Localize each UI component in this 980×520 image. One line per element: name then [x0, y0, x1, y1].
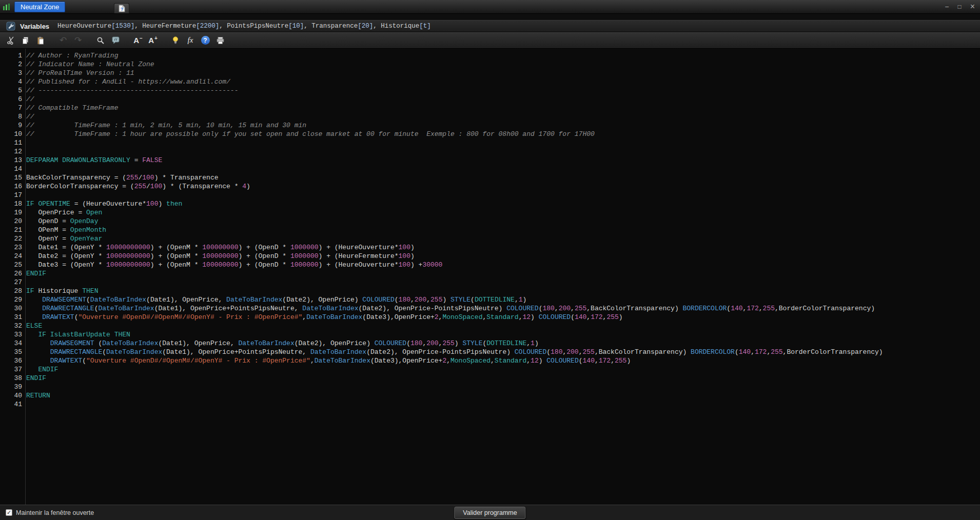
code-line[interactable]: 32ELSE — [0, 322, 980, 330]
code-line[interactable]: 41 — [0, 400, 980, 409]
variable-item[interactable]: HeureOuverture[1530] — [57, 23, 134, 30]
printer-icon — [216, 36, 225, 45]
font-increase-button[interactable]: A+ — [146, 34, 160, 47]
code-line[interactable]: 1// Author : RyanTrading — [0, 51, 980, 60]
help-file-icon: ? — [119, 5, 125, 12]
code-line[interactable]: 9// TimeFrame : 1 min, 2 min, 5 min, 10 … — [0, 121, 980, 130]
line-number: 40 — [0, 391, 24, 400]
code-editor[interactable]: 1// Author : RyanTrading2// Indicator Na… — [0, 49, 980, 505]
variable-item[interactable]: Historique[t] — [381, 23, 431, 30]
line-number: 17 — [0, 191, 24, 199]
code-line[interactable]: 11 — [0, 138, 980, 147]
editor-toolbar: ↶ ↷ A− A+ fx ? — [0, 32, 980, 49]
code-line[interactable]: 36 DRAWTEXT("Ouverture #OpenD#/#OpenM#/#… — [0, 356, 980, 365]
search-button[interactable] — [94, 34, 107, 47]
code-line[interactable]: 19 OpenPrice = Open — [0, 208, 980, 217]
code-line[interactable]: 13DEFPARAM DRAWONLASTBARONLY = FALSE — [0, 156, 980, 165]
code-line[interactable]: 34 DRAWSEGMENT (DateToBarIndex(Date1), O… — [0, 339, 980, 348]
code-line[interactable]: 40RETURN — [0, 391, 980, 400]
code-line[interactable]: 3// ProRealTime Version : 11 — [0, 69, 980, 77]
insert-function-button[interactable]: fx — [184, 34, 197, 47]
variables-bar: Variables HeureOuverture[1530], HeureFer… — [0, 20, 980, 32]
variables-label: Variables — [20, 23, 49, 30]
line-number: 11 — [0, 138, 24, 147]
comment-bubble-icon — [111, 36, 120, 45]
variables-settings-icon[interactable] — [6, 22, 15, 31]
variable-item[interactable]: HeureFermeture[2200] — [142, 23, 219, 30]
lightbulb-icon — [171, 36, 180, 45]
code-line[interactable]: 23 Date1 = (OpenY * 10000000000) + (Open… — [0, 243, 980, 252]
tab-help-file[interactable]: ? — [114, 3, 129, 13]
code-line[interactable]: 26ENDIF — [0, 269, 980, 278]
code-line[interactable]: 38ENDIF — [0, 374, 980, 383]
minimize-button[interactable]: − — [945, 3, 949, 10]
code-line[interactable]: 25 Date3 = (OpenY * 10000000000) + (Open… — [0, 261, 980, 269]
code-line[interactable]: 16BorderColorTransparency = (255/100) * … — [0, 182, 980, 191]
code-line[interactable]: 10// TimeFrame : 1 hour are possible onl… — [0, 130, 980, 138]
code-line[interactable]: 5// ------------------------------------… — [0, 86, 980, 95]
code-line[interactable]: 27 — [0, 278, 980, 287]
undo-button[interactable]: ↶ — [56, 34, 70, 47]
paste-button[interactable] — [34, 34, 47, 47]
code-line[interactable]: 2// Indicator Name : Neutral Zone — [0, 60, 980, 69]
copy-button[interactable] — [19, 34, 32, 47]
code-line[interactable]: 21 OPenM = OpenMonth — [0, 226, 980, 234]
undo-icon: ↶ — [60, 36, 67, 45]
code-line[interactable]: 31 DRAWTEXT("Ouverture #OpenD#/#OpenM#/#… — [0, 313, 980, 322]
close-button[interactable]: × — [970, 3, 975, 11]
code-line[interactable]: 12 — [0, 147, 980, 156]
titlebar-spacer — [0, 14, 980, 20]
code-line[interactable]: 14 — [0, 165, 980, 173]
maximize-button[interactable]: □ — [957, 4, 961, 10]
code-line[interactable]: 17 — [0, 191, 980, 199]
line-number: 2 — [0, 60, 24, 69]
checkbox-box[interactable]: ✓ — [6, 509, 12, 516]
line-number: 13 — [0, 156, 24, 165]
code-line[interactable]: 28IF Historique THEN — [0, 287, 980, 295]
variable-item[interactable]: Transparence[20] — [311, 23, 373, 30]
gutter-divider — [25, 49, 26, 505]
redo-button[interactable]: ↷ — [71, 34, 85, 47]
tab-neutral-zone[interactable]: Neutral Zone — [14, 2, 65, 12]
function-icon: fx — [188, 36, 193, 45]
line-number: 33 — [0, 330, 24, 339]
code-line[interactable]: 24 Date2 = (OpenY * 10000000000) + (Open… — [0, 252, 980, 261]
keep-window-open-checkbox[interactable]: ✓ Maintenir la fenêtre ouverte — [6, 509, 94, 516]
line-number: 28 — [0, 287, 24, 295]
tab-label: Neutral Zone — [21, 3, 59, 11]
print-button[interactable] — [213, 34, 227, 47]
line-number: 29 — [0, 295, 24, 304]
window-controls: − □ × — [945, 0, 975, 13]
code-line[interactable]: 8// — [0, 112, 980, 121]
cut-button[interactable] — [4, 34, 17, 47]
checkbox-label: Maintenir la fenêtre ouverte — [16, 509, 94, 516]
code-line[interactable]: 35 DRAWRECTANGLE(DateToBarIndex(Date1), … — [0, 348, 980, 356]
variable-item[interactable]: PointsPipsNeutre[10] — [227, 23, 304, 30]
code-lines: 1// Author : RyanTrading2// Indicator Na… — [0, 51, 980, 409]
line-number: 16 — [0, 182, 24, 191]
code-line[interactable]: 30 DRAWRECTANGLE(DateToBarIndex(Date1), … — [0, 304, 980, 313]
validate-program-button[interactable]: Valider programme — [454, 507, 525, 519]
scissors-icon — [7, 36, 15, 45]
line-number: 36 — [0, 356, 24, 365]
code-line[interactable]: 7// Compatible TimeFrame — [0, 104, 980, 112]
code-line[interactable]: 39 — [0, 383, 980, 391]
comment-button[interactable] — [109, 34, 122, 47]
code-line[interactable]: 22 OpenY = OpenYear — [0, 234, 980, 243]
code-line[interactable]: 18IF OPENTIME = (HeureOuverture*100) the… — [0, 199, 980, 208]
suggestion-button[interactable] — [169, 34, 182, 47]
line-number: 1 — [0, 51, 24, 60]
code-line[interactable]: 4// Published for : AndLil - https://www… — [0, 77, 980, 86]
line-number: 22 — [0, 234, 24, 243]
line-number: 20 — [0, 217, 24, 226]
code-line[interactable]: 15BackColorTransparency = (255/100) * Tr… — [0, 173, 980, 182]
code-line[interactable]: 33 IF IsLastBarUpdate THEN — [0, 330, 980, 339]
copy-icon — [22, 36, 30, 45]
font-decrease-button[interactable]: A− — [131, 34, 145, 47]
code-line[interactable]: 29 DRAWSEGMENT(DateToBarIndex(Date1), Op… — [0, 295, 980, 304]
line-number: 34 — [0, 339, 24, 348]
help-button[interactable]: ? — [199, 34, 212, 47]
code-line[interactable]: 6// — [0, 95, 980, 104]
code-line[interactable]: 20 OpenD = OpenDay — [0, 217, 980, 226]
code-line[interactable]: 37 ENDIF — [0, 365, 980, 374]
